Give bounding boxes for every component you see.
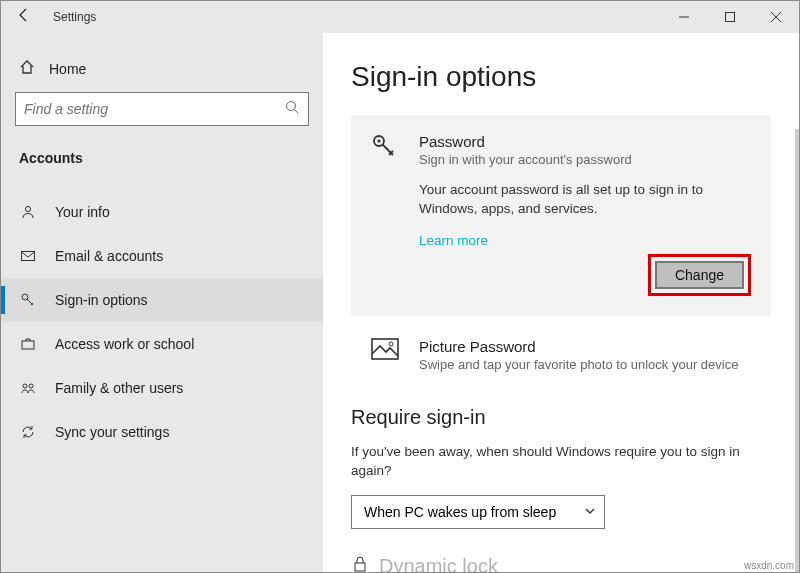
svg-point-4	[287, 101, 296, 110]
sidebar: Home Accounts Your info Email & accounts	[1, 33, 323, 572]
svg-point-20	[389, 342, 393, 346]
lock-icon	[351, 555, 369, 572]
scrollbar[interactable]	[795, 129, 799, 572]
home-label: Home	[49, 61, 86, 77]
nav-your-info[interactable]: Your info	[1, 190, 323, 234]
nav-label: Access work or school	[55, 336, 194, 352]
key-icon	[19, 292, 37, 308]
search-box[interactable]	[15, 92, 309, 126]
svg-point-14	[29, 384, 33, 388]
nav-label: Family & other users	[55, 380, 183, 396]
picture-subtitle: Swipe and tap your favorite photo to unl…	[419, 357, 751, 372]
svg-rect-8	[22, 252, 35, 261]
nav-label: Sign-in options	[55, 292, 148, 308]
nav-access-work[interactable]: Access work or school	[1, 322, 323, 366]
home-icon	[19, 59, 35, 78]
home-link[interactable]: Home	[15, 55, 309, 92]
people-icon	[19, 380, 37, 396]
picture-icon	[371, 338, 399, 364]
svg-point-13	[23, 384, 27, 388]
svg-point-6	[25, 206, 30, 211]
password-title: Password	[419, 133, 751, 150]
svg-rect-12	[22, 341, 34, 349]
picture-password-card[interactable]: Picture Password Swipe and tap your favo…	[351, 328, 771, 384]
page-title: Sign-in options	[351, 61, 771, 93]
search-icon	[285, 100, 300, 119]
require-heading: Require sign-in	[351, 406, 771, 429]
main-content: Sign-in options Password Sign in with yo…	[323, 33, 799, 572]
svg-rect-21	[355, 563, 365, 571]
nav-email-accounts[interactable]: Email & accounts	[1, 234, 323, 278]
back-button[interactable]	[1, 7, 47, 27]
nav-label: Sync your settings	[55, 424, 169, 440]
nav-sync-settings[interactable]: Sync your settings	[1, 410, 323, 454]
key-icon	[371, 133, 399, 248]
require-select[interactable]: When PC wakes up from sleep	[351, 495, 605, 529]
svg-rect-1	[726, 13, 735, 22]
change-button[interactable]: Change	[655, 261, 744, 289]
maximize-button[interactable]	[707, 1, 753, 33]
nav-list: Your info Email & accounts Sign-in optio…	[1, 190, 323, 454]
titlebar: Settings	[1, 1, 799, 33]
minimize-button[interactable]	[661, 1, 707, 33]
nav-sign-in-options[interactable]: Sign-in options	[1, 278, 323, 322]
password-subtitle: Sign in with your account's password	[419, 152, 751, 167]
require-selected: When PC wakes up from sleep	[364, 504, 556, 520]
watermark: wsxdn.com	[744, 560, 794, 571]
user-icon	[19, 204, 37, 220]
section-label: Accounts	[15, 150, 309, 180]
change-highlight: Change	[648, 254, 751, 296]
search-input[interactable]	[24, 101, 285, 117]
mail-icon	[19, 248, 37, 264]
password-card[interactable]: Password Sign in with your account's pas…	[351, 115, 771, 316]
nav-label: Email & accounts	[55, 248, 163, 264]
picture-title: Picture Password	[419, 338, 751, 355]
dynamic-lock-heading: Dynamic lock	[351, 555, 771, 572]
close-button[interactable]	[753, 1, 799, 33]
nav-label: Your info	[55, 204, 110, 220]
svg-point-16	[377, 139, 380, 142]
require-text: If you've been away, when should Windows…	[351, 443, 771, 481]
sync-icon	[19, 424, 37, 440]
briefcase-icon	[19, 336, 37, 352]
chevron-down-icon	[584, 504, 596, 520]
svg-line-5	[295, 109, 299, 113]
window-title: Settings	[53, 10, 96, 24]
settings-window: Settings Home Accounts	[0, 0, 800, 573]
learn-more-link[interactable]: Learn more	[419, 233, 751, 248]
password-description: Your account password is all set up to s…	[419, 181, 751, 219]
nav-family-users[interactable]: Family & other users	[1, 366, 323, 410]
